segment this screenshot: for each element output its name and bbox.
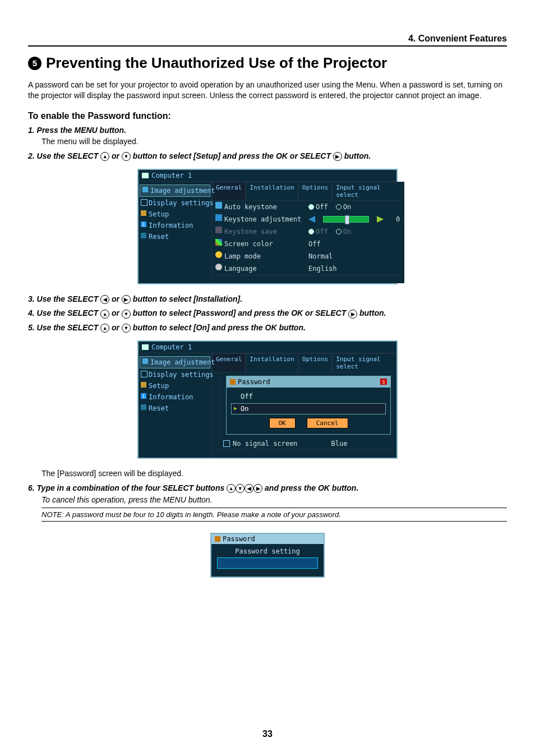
arrow-right-icon: ▶ bbox=[333, 152, 342, 161]
screen-color-icon bbox=[215, 239, 222, 246]
no-signal-value: Blue bbox=[331, 440, 348, 448]
osd2-title-bar: Computer 1 bbox=[139, 342, 396, 353]
osd-status-bar bbox=[212, 275, 404, 283]
nav-setup[interactable]: Setup bbox=[139, 209, 211, 220]
tab-general[interactable]: General bbox=[212, 353, 246, 372]
source-icon bbox=[142, 344, 149, 350]
arrow-right-icon: ▶ bbox=[122, 295, 131, 304]
image-adjustment-icon bbox=[142, 187, 148, 192]
password-setting-label: Password setting bbox=[217, 547, 318, 555]
image-adjustment-icon bbox=[142, 358, 148, 364]
subheading-enable-password: To enable the Password function: bbox=[28, 111, 507, 121]
cancel-button[interactable]: Cancel bbox=[307, 418, 348, 428]
nav-information[interactable]: iInformation bbox=[139, 391, 211, 403]
tab-installation[interactable]: Installation bbox=[246, 182, 298, 200]
nav-display-settings[interactable]: Display settings bbox=[139, 369, 211, 380]
reset-icon bbox=[141, 233, 146, 238]
tab-input-signal-select[interactable]: Input signal select bbox=[332, 182, 404, 200]
nav-setup[interactable]: Setup bbox=[139, 380, 211, 391]
step-4: 4. Use the SELECT ▲ or ▼ button to selec… bbox=[28, 308, 507, 318]
row-auto-keystone[interactable]: Auto keystone Off On bbox=[212, 201, 404, 213]
keystone-save-off-radio: Off bbox=[308, 228, 328, 236]
password-option-on[interactable]: On bbox=[231, 403, 386, 414]
osd-sidebar: Image adjustment Display settings Setup … bbox=[139, 182, 212, 283]
row-screen-color[interactable]: Screen color Off bbox=[212, 238, 404, 250]
section-number-badge: 5 bbox=[28, 57, 41, 70]
arrow-up-icon: ▲ bbox=[227, 484, 236, 493]
setup-icon bbox=[141, 210, 146, 216]
language-value: English bbox=[308, 265, 337, 273]
lamp-mode-icon bbox=[215, 251, 222, 258]
arrow-down-icon: ▼ bbox=[236, 484, 245, 493]
step-6: 6. Type in a combination of the four SEL… bbox=[28, 483, 507, 493]
section-title-text: Preventing the Unauthorized Use of the P… bbox=[46, 54, 387, 72]
keystone-save-on-radio: On bbox=[336, 228, 351, 236]
nav-display-settings[interactable]: Display settings bbox=[139, 197, 211, 209]
osd2-title-text: Computer 1 bbox=[151, 343, 192, 351]
cancel-note: To cancel this operation, press the MENU… bbox=[41, 495, 507, 504]
arrow-right-icon: ▶ bbox=[253, 484, 262, 493]
osd2-sidebar: Image adjustment Display settings Setup … bbox=[139, 353, 212, 458]
step-1: 1. Press the MENU button. bbox=[28, 126, 507, 135]
password-setting-dialog: Password Password setting bbox=[210, 533, 325, 578]
arrow-up-icon: ▲ bbox=[100, 310, 109, 319]
auto-keystone-on-radio[interactable]: On bbox=[336, 203, 351, 211]
arrow-up-icon: ▲ bbox=[100, 324, 109, 333]
row-no-signal-screen[interactable]: No signal screen Blue bbox=[212, 438, 396, 449]
tab-installation[interactable]: Installation bbox=[246, 353, 298, 372]
arrow-down-icon: ▼ bbox=[122, 324, 131, 333]
osd2-main-panel: General Installation Options Input signa… bbox=[212, 353, 396, 458]
intro-paragraph: A password can be set for your projector… bbox=[28, 80, 507, 101]
arrow-left-icon: ◀ bbox=[245, 484, 253, 493]
slider-right-icon bbox=[377, 216, 384, 223]
arrow-right-icon: ▶ bbox=[348, 310, 357, 319]
nav-image-adjustment[interactable]: Image adjustment bbox=[140, 185, 210, 197]
password-input-field[interactable] bbox=[217, 557, 318, 569]
row-lamp-mode[interactable]: Lamp mode Normal bbox=[212, 250, 404, 262]
nav-image-adjustment[interactable]: Image adjustment bbox=[140, 356, 210, 368]
popup-title: Password bbox=[238, 378, 270, 386]
arrow-down-icon: ▼ bbox=[122, 152, 131, 161]
step-2: 2. Use the SELECT ▲ or ▼ button to selec… bbox=[28, 151, 507, 161]
tab-options[interactable]: Options bbox=[298, 182, 332, 200]
step-5: 5. Use the SELECT ▲ or ▼ button to selec… bbox=[28, 323, 507, 333]
osd2-tab-bar: General Installation Options Input signa… bbox=[212, 353, 396, 372]
osd-main-panel: General Installation Options Input signa… bbox=[212, 182, 404, 283]
lock-icon bbox=[215, 536, 220, 542]
tab-input-signal-select[interactable]: Input signal select bbox=[332, 353, 396, 372]
step-5-caption: The [Password] screen will be displayed. bbox=[41, 469, 507, 478]
page-number: 33 bbox=[0, 729, 535, 739]
osd-tab-bar: General Installation Options Input signa… bbox=[212, 182, 404, 201]
lamp-mode-value: Normal bbox=[308, 252, 333, 260]
information-icon: i bbox=[141, 222, 146, 227]
lock-icon bbox=[230, 379, 236, 385]
setup-icon bbox=[141, 382, 146, 388]
display-settings-icon bbox=[141, 371, 147, 377]
language-icon bbox=[215, 264, 222, 270]
nav-reset[interactable]: Reset bbox=[139, 231, 211, 242]
reset-icon bbox=[141, 404, 146, 410]
nav-reset[interactable]: Reset bbox=[139, 403, 211, 414]
tab-options[interactable]: Options bbox=[298, 353, 332, 372]
password-option-off[interactable]: Off bbox=[231, 391, 386, 402]
no-signal-icon bbox=[223, 440, 230, 447]
arrow-left-icon: ◀ bbox=[100, 295, 109, 304]
password-dialog-title: Password bbox=[223, 535, 255, 543]
auto-keystone-off-radio[interactable]: Off bbox=[308, 203, 328, 211]
tab-general[interactable]: General bbox=[212, 182, 246, 200]
auto-keystone-icon bbox=[215, 202, 222, 209]
popup-badge: s bbox=[380, 379, 387, 385]
keystone-slider[interactable] bbox=[323, 216, 369, 223]
nav-information[interactable]: iInformation bbox=[139, 220, 211, 231]
arrow-down-icon: ▼ bbox=[122, 310, 131, 319]
row-language[interactable]: Language English bbox=[212, 262, 404, 275]
password-popup: Password s Off On OK Cancel bbox=[226, 376, 391, 435]
chapter-header: 4. Convenient Features bbox=[28, 34, 507, 47]
keystone-value: 0 bbox=[396, 215, 400, 223]
row-keystone-adjustment[interactable]: Keystone adjustment 0 bbox=[212, 213, 404, 225]
display-settings-icon bbox=[141, 199, 147, 206]
screen-color-value: Off bbox=[308, 240, 321, 248]
section-title: 5 Preventing the Unauthorized Use of the… bbox=[28, 54, 507, 72]
step-3: 3. Use the SELECT ◀ or ▶ button to selec… bbox=[28, 294, 507, 304]
ok-button[interactable]: OK bbox=[269, 418, 296, 428]
